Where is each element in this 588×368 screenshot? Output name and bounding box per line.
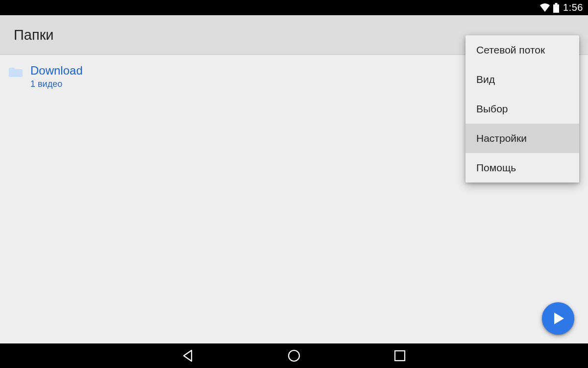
status-time: 1:56 [563, 2, 583, 13]
folder-subtitle: 1 видео [30, 78, 83, 90]
battery-icon [553, 3, 559, 13]
menu-item-view[interactable]: Вид [466, 65, 579, 94]
home-icon [287, 349, 301, 363]
overflow-menu: Сетевой поток Вид Выбор Настройки Помощь [466, 35, 579, 183]
nav-recent-button[interactable] [391, 347, 409, 365]
app-container: Папки Download 1 видео Сетевой поток Вид… [0, 15, 588, 343]
menu-item-settings[interactable]: Настройки [466, 124, 579, 153]
menu-item-label: Настройки [476, 132, 527, 144]
svg-rect-0 [553, 4, 559, 13]
folder-name: Download [30, 63, 83, 78]
back-icon [182, 349, 195, 362]
menu-item-label: Вид [476, 74, 495, 85]
folder-text: Download 1 видео [30, 63, 83, 90]
svg-rect-1 [555, 3, 558, 4]
menu-item-label: Сетевой поток [476, 44, 545, 56]
play-icon [551, 312, 565, 325]
android-status-bar: 1:56 [0, 0, 588, 15]
wifi-icon [539, 3, 550, 12]
recent-icon [394, 350, 406, 362]
menu-item-select[interactable]: Выбор [466, 94, 579, 124]
page-title: Папки [14, 27, 54, 43]
menu-item-help[interactable]: Помощь [466, 153, 579, 183]
play-fab-button[interactable] [542, 302, 574, 335]
menu-item-label: Выбор [476, 103, 508, 115]
svg-point-2 [289, 350, 299, 361]
nav-home-button[interactable] [285, 347, 303, 365]
svg-rect-3 [395, 351, 405, 361]
folder-icon [9, 67, 23, 78]
nav-back-button[interactable] [179, 347, 197, 365]
menu-item-label: Помощь [476, 162, 516, 174]
android-nav-bar [0, 343, 588, 368]
menu-item-network-stream[interactable]: Сетевой поток [466, 35, 579, 65]
